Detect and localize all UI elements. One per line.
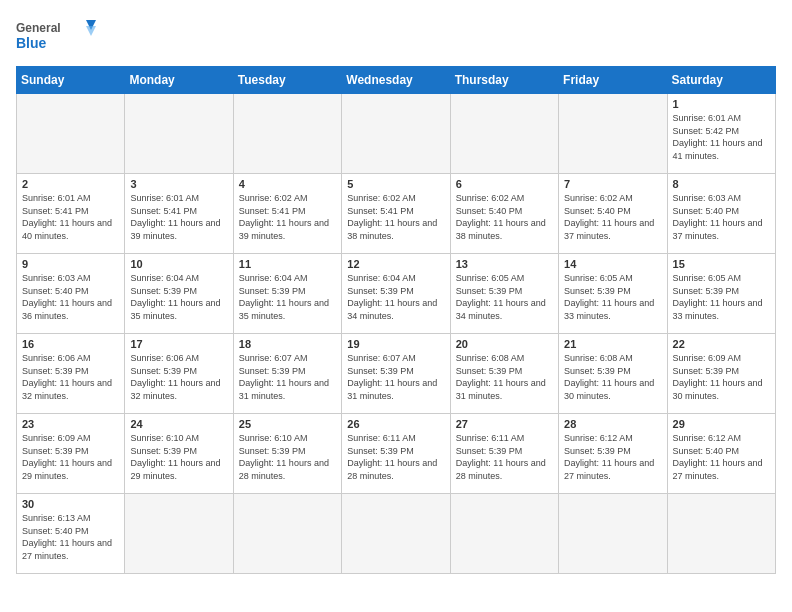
day-info: Sunrise: 6:05 AMSunset: 5:39 PMDaylight:… bbox=[673, 272, 770, 322]
day-number: 14 bbox=[564, 258, 661, 270]
day-number: 21 bbox=[564, 338, 661, 350]
calendar-cell bbox=[342, 94, 450, 174]
day-info: Sunrise: 6:05 AMSunset: 5:39 PMDaylight:… bbox=[564, 272, 661, 322]
day-info: Sunrise: 6:02 AMSunset: 5:41 PMDaylight:… bbox=[347, 192, 444, 242]
day-number: 23 bbox=[22, 418, 119, 430]
day-info: Sunrise: 6:11 AMSunset: 5:39 PMDaylight:… bbox=[456, 432, 553, 482]
calendar-cell: 20Sunrise: 6:08 AMSunset: 5:39 PMDayligh… bbox=[450, 334, 558, 414]
calendar-cell: 17Sunrise: 6:06 AMSunset: 5:39 PMDayligh… bbox=[125, 334, 233, 414]
calendar-cell: 30Sunrise: 6:13 AMSunset: 5:40 PMDayligh… bbox=[17, 494, 125, 574]
calendar-cell bbox=[559, 94, 667, 174]
calendar-cell: 8Sunrise: 6:03 AMSunset: 5:40 PMDaylight… bbox=[667, 174, 775, 254]
calendar-cell: 10Sunrise: 6:04 AMSunset: 5:39 PMDayligh… bbox=[125, 254, 233, 334]
calendar-cell: 19Sunrise: 6:07 AMSunset: 5:39 PMDayligh… bbox=[342, 334, 450, 414]
day-number: 10 bbox=[130, 258, 227, 270]
calendar-cell: 29Sunrise: 6:12 AMSunset: 5:40 PMDayligh… bbox=[667, 414, 775, 494]
col-header-sunday: Sunday bbox=[17, 67, 125, 94]
calendar-cell bbox=[450, 494, 558, 574]
day-number: 4 bbox=[239, 178, 336, 190]
day-number: 16 bbox=[22, 338, 119, 350]
calendar-header-row: SundayMondayTuesdayWednesdayThursdayFrid… bbox=[17, 67, 776, 94]
logo-svg: General Blue bbox=[16, 16, 96, 56]
calendar-cell: 22Sunrise: 6:09 AMSunset: 5:39 PMDayligh… bbox=[667, 334, 775, 414]
calendar-cell bbox=[125, 94, 233, 174]
day-info: Sunrise: 6:13 AMSunset: 5:40 PMDaylight:… bbox=[22, 512, 119, 562]
day-number: 20 bbox=[456, 338, 553, 350]
day-number: 22 bbox=[673, 338, 770, 350]
col-header-thursday: Thursday bbox=[450, 67, 558, 94]
day-info: Sunrise: 6:02 AMSunset: 5:40 PMDaylight:… bbox=[564, 192, 661, 242]
day-number: 11 bbox=[239, 258, 336, 270]
calendar-cell: 12Sunrise: 6:04 AMSunset: 5:39 PMDayligh… bbox=[342, 254, 450, 334]
calendar-cell: 24Sunrise: 6:10 AMSunset: 5:39 PMDayligh… bbox=[125, 414, 233, 494]
col-header-friday: Friday bbox=[559, 67, 667, 94]
calendar-cell: 25Sunrise: 6:10 AMSunset: 5:39 PMDayligh… bbox=[233, 414, 341, 494]
day-info: Sunrise: 6:05 AMSunset: 5:39 PMDaylight:… bbox=[456, 272, 553, 322]
day-number: 1 bbox=[673, 98, 770, 110]
day-info: Sunrise: 6:02 AMSunset: 5:40 PMDaylight:… bbox=[456, 192, 553, 242]
day-number: 26 bbox=[347, 418, 444, 430]
day-number: 15 bbox=[673, 258, 770, 270]
calendar-cell: 3Sunrise: 6:01 AMSunset: 5:41 PMDaylight… bbox=[125, 174, 233, 254]
logo: General Blue bbox=[16, 16, 96, 56]
calendar-week-3: 9Sunrise: 6:03 AMSunset: 5:40 PMDaylight… bbox=[17, 254, 776, 334]
day-info: Sunrise: 6:12 AMSunset: 5:39 PMDaylight:… bbox=[564, 432, 661, 482]
calendar-cell: 27Sunrise: 6:11 AMSunset: 5:39 PMDayligh… bbox=[450, 414, 558, 494]
day-info: Sunrise: 6:06 AMSunset: 5:39 PMDaylight:… bbox=[130, 352, 227, 402]
calendar-cell: 6Sunrise: 6:02 AMSunset: 5:40 PMDaylight… bbox=[450, 174, 558, 254]
calendar-week-2: 2Sunrise: 6:01 AMSunset: 5:41 PMDaylight… bbox=[17, 174, 776, 254]
svg-text:Blue: Blue bbox=[16, 35, 47, 51]
day-info: Sunrise: 6:04 AMSunset: 5:39 PMDaylight:… bbox=[347, 272, 444, 322]
day-number: 18 bbox=[239, 338, 336, 350]
svg-text:General: General bbox=[16, 21, 61, 35]
col-header-monday: Monday bbox=[125, 67, 233, 94]
calendar-cell: 5Sunrise: 6:02 AMSunset: 5:41 PMDaylight… bbox=[342, 174, 450, 254]
calendar-cell: 23Sunrise: 6:09 AMSunset: 5:39 PMDayligh… bbox=[17, 414, 125, 494]
day-info: Sunrise: 6:07 AMSunset: 5:39 PMDaylight:… bbox=[347, 352, 444, 402]
day-info: Sunrise: 6:02 AMSunset: 5:41 PMDaylight:… bbox=[239, 192, 336, 242]
day-number: 7 bbox=[564, 178, 661, 190]
day-number: 13 bbox=[456, 258, 553, 270]
day-info: Sunrise: 6:08 AMSunset: 5:39 PMDaylight:… bbox=[456, 352, 553, 402]
calendar-week-5: 23Sunrise: 6:09 AMSunset: 5:39 PMDayligh… bbox=[17, 414, 776, 494]
calendar-cell: 15Sunrise: 6:05 AMSunset: 5:39 PMDayligh… bbox=[667, 254, 775, 334]
day-info: Sunrise: 6:11 AMSunset: 5:39 PMDaylight:… bbox=[347, 432, 444, 482]
calendar-cell: 1Sunrise: 6:01 AMSunset: 5:42 PMDaylight… bbox=[667, 94, 775, 174]
day-number: 2 bbox=[22, 178, 119, 190]
calendar-cell: 2Sunrise: 6:01 AMSunset: 5:41 PMDaylight… bbox=[17, 174, 125, 254]
calendar-cell bbox=[233, 94, 341, 174]
day-info: Sunrise: 6:09 AMSunset: 5:39 PMDaylight:… bbox=[22, 432, 119, 482]
calendar-week-1: 1Sunrise: 6:01 AMSunset: 5:42 PMDaylight… bbox=[17, 94, 776, 174]
day-number: 27 bbox=[456, 418, 553, 430]
calendar-table: SundayMondayTuesdayWednesdayThursdayFrid… bbox=[16, 66, 776, 574]
calendar-cell: 13Sunrise: 6:05 AMSunset: 5:39 PMDayligh… bbox=[450, 254, 558, 334]
day-number: 6 bbox=[456, 178, 553, 190]
day-info: Sunrise: 6:12 AMSunset: 5:40 PMDaylight:… bbox=[673, 432, 770, 482]
calendar-cell bbox=[667, 494, 775, 574]
calendar-cell bbox=[17, 94, 125, 174]
calendar-cell: 4Sunrise: 6:02 AMSunset: 5:41 PMDaylight… bbox=[233, 174, 341, 254]
day-info: Sunrise: 6:04 AMSunset: 5:39 PMDaylight:… bbox=[130, 272, 227, 322]
calendar-week-6: 30Sunrise: 6:13 AMSunset: 5:40 PMDayligh… bbox=[17, 494, 776, 574]
calendar-cell bbox=[233, 494, 341, 574]
calendar-cell: 28Sunrise: 6:12 AMSunset: 5:39 PMDayligh… bbox=[559, 414, 667, 494]
day-number: 12 bbox=[347, 258, 444, 270]
day-info: Sunrise: 6:10 AMSunset: 5:39 PMDaylight:… bbox=[239, 432, 336, 482]
calendar-cell bbox=[450, 94, 558, 174]
calendar-week-4: 16Sunrise: 6:06 AMSunset: 5:39 PMDayligh… bbox=[17, 334, 776, 414]
day-number: 17 bbox=[130, 338, 227, 350]
day-info: Sunrise: 6:01 AMSunset: 5:41 PMDaylight:… bbox=[130, 192, 227, 242]
calendar-cell: 18Sunrise: 6:07 AMSunset: 5:39 PMDayligh… bbox=[233, 334, 341, 414]
day-info: Sunrise: 6:07 AMSunset: 5:39 PMDaylight:… bbox=[239, 352, 336, 402]
calendar-cell: 21Sunrise: 6:08 AMSunset: 5:39 PMDayligh… bbox=[559, 334, 667, 414]
day-number: 5 bbox=[347, 178, 444, 190]
col-header-saturday: Saturday bbox=[667, 67, 775, 94]
day-info: Sunrise: 6:01 AMSunset: 5:41 PMDaylight:… bbox=[22, 192, 119, 242]
calendar-cell bbox=[125, 494, 233, 574]
day-info: Sunrise: 6:09 AMSunset: 5:39 PMDaylight:… bbox=[673, 352, 770, 402]
day-number: 28 bbox=[564, 418, 661, 430]
calendar-cell: 11Sunrise: 6:04 AMSunset: 5:39 PMDayligh… bbox=[233, 254, 341, 334]
svg-marker-3 bbox=[86, 26, 96, 36]
calendar-cell: 16Sunrise: 6:06 AMSunset: 5:39 PMDayligh… bbox=[17, 334, 125, 414]
day-info: Sunrise: 6:04 AMSunset: 5:39 PMDaylight:… bbox=[239, 272, 336, 322]
